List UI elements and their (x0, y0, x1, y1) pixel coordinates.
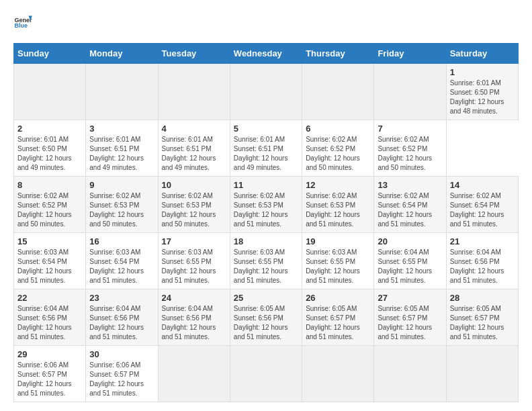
calendar-cell: 6 Sunrise: 6:02 AMSunset: 6:52 PMDayligh… (302, 120, 374, 177)
calendar-cell (374, 64, 446, 120)
calendar-week-1: 1 Sunrise: 6:01 AMSunset: 6:50 PMDayligh… (14, 64, 519, 120)
calendar-cell: 18 Sunrise: 6:03 AMSunset: 6:55 PMDaylig… (230, 233, 302, 289)
day-number: 12 (306, 180, 370, 190)
cell-info: Sunrise: 6:04 AMSunset: 6:56 PMDaylight:… (162, 305, 216, 340)
day-number: 2 (17, 124, 82, 134)
day-number: 11 (234, 180, 298, 190)
svg-text:Blue: Blue (14, 22, 28, 29)
day-number: 23 (89, 293, 154, 303)
calendar-cell: 19 Sunrise: 6:03 AMSunset: 6:55 PMDaylig… (302, 233, 374, 289)
cell-info: Sunrise: 6:01 AMSunset: 6:51 PMDaylight:… (234, 136, 288, 171)
cell-info: Sunrise: 6:03 AMSunset: 6:55 PMDaylight:… (306, 248, 360, 284)
calendar-cell: 22 Sunrise: 6:04 AMSunset: 6:56 PMDaylig… (14, 289, 86, 346)
day-number: 1 (450, 67, 515, 77)
calendar-cell (302, 64, 374, 120)
calendar-cell: 13 Sunrise: 6:02 AMSunset: 6:54 PMDaylig… (374, 177, 446, 233)
cell-info: Sunrise: 6:02 AMSunset: 6:53 PMDaylight:… (162, 192, 216, 228)
calendar-week-3: 8 Sunrise: 6:02 AMSunset: 6:52 PMDayligh… (14, 177, 519, 233)
day-number: 4 (162, 124, 226, 134)
calendar-cell (302, 346, 374, 402)
cell-info: Sunrise: 6:03 AMSunset: 6:55 PMDaylight:… (234, 248, 288, 284)
calendar-cell: 30 Sunrise: 6:06 AMSunset: 6:57 PMDaylig… (86, 346, 158, 402)
calendar-cell: 5 Sunrise: 6:01 AMSunset: 6:51 PMDayligh… (230, 120, 302, 177)
calendar-cell: 2 Sunrise: 6:01 AMSunset: 6:50 PMDayligh… (14, 120, 86, 177)
day-number: 3 (89, 124, 154, 134)
calendar-cell (230, 346, 302, 402)
cell-info: Sunrise: 6:05 AMSunset: 6:56 PMDaylight:… (234, 305, 288, 340)
cell-info: Sunrise: 6:05 AMSunset: 6:57 PMDaylight:… (306, 305, 360, 340)
page-header: General Blue (13, 13, 519, 32)
calendar-cell: 29 Sunrise: 6:06 AMSunset: 6:57 PMDaylig… (14, 346, 86, 402)
day-header-thursday: Thursday (302, 44, 374, 64)
calendar-week-4: 15 Sunrise: 6:03 AMSunset: 6:54 PMDaylig… (14, 233, 519, 289)
calendar-cell: 24 Sunrise: 6:04 AMSunset: 6:56 PMDaylig… (158, 289, 230, 346)
day-number: 13 (378, 180, 442, 190)
cell-info: Sunrise: 6:04 AMSunset: 6:56 PMDaylight:… (450, 248, 504, 284)
day-number: 15 (17, 236, 82, 246)
calendar-cell: 17 Sunrise: 6:03 AMSunset: 6:55 PMDaylig… (158, 233, 230, 289)
cell-info: Sunrise: 6:01 AMSunset: 6:51 PMDaylight:… (162, 136, 216, 171)
calendar-cell (230, 64, 302, 120)
calendar-week-2: 2 Sunrise: 6:01 AMSunset: 6:50 PMDayligh… (14, 120, 519, 177)
day-number: 10 (162, 180, 226, 190)
calendar-cell: 20 Sunrise: 6:04 AMSunset: 6:55 PMDaylig… (374, 233, 446, 289)
day-number: 6 (306, 124, 370, 134)
day-number: 14 (450, 180, 515, 190)
day-number: 24 (162, 293, 226, 303)
day-header-wednesday: Wednesday (230, 44, 302, 64)
cell-info: Sunrise: 6:06 AMSunset: 6:57 PMDaylight:… (89, 361, 144, 397)
calendar-cell: 9 Sunrise: 6:02 AMSunset: 6:53 PMDayligh… (86, 177, 158, 233)
cell-info: Sunrise: 6:06 AMSunset: 6:57 PMDaylight:… (17, 361, 72, 397)
day-number: 8 (17, 180, 82, 190)
calendar-cell: 14 Sunrise: 6:02 AMSunset: 6:54 PMDaylig… (446, 177, 518, 233)
day-number: 17 (162, 236, 226, 246)
cell-info: Sunrise: 6:01 AMSunset: 6:50 PMDaylight:… (17, 136, 72, 171)
day-number: 18 (234, 236, 298, 246)
day-number: 19 (306, 236, 370, 246)
day-number: 7 (378, 124, 442, 134)
cell-info: Sunrise: 6:04 AMSunset: 6:56 PMDaylight:… (89, 305, 144, 340)
calendar-cell: 21 Sunrise: 6:04 AMSunset: 6:56 PMDaylig… (446, 233, 518, 289)
cell-info: Sunrise: 6:02 AMSunset: 6:53 PMDaylight:… (89, 192, 144, 228)
calendar-cell: 23 Sunrise: 6:04 AMSunset: 6:56 PMDaylig… (86, 289, 158, 346)
calendar-cell (14, 64, 86, 120)
day-number: 5 (234, 124, 298, 134)
day-number: 16 (89, 236, 154, 246)
day-header-monday: Monday (86, 44, 158, 64)
day-header-saturday: Saturday (446, 44, 518, 64)
calendar-cell: 4 Sunrise: 6:01 AMSunset: 6:51 PMDayligh… (158, 120, 230, 177)
logo: General Blue (13, 13, 35, 32)
calendar-cell: 25 Sunrise: 6:05 AMSunset: 6:56 PMDaylig… (230, 289, 302, 346)
cell-info: Sunrise: 6:02 AMSunset: 6:54 PMDaylight:… (378, 192, 432, 228)
calendar-cell: 15 Sunrise: 6:03 AMSunset: 6:54 PMDaylig… (14, 233, 86, 289)
calendar-cell: 7 Sunrise: 6:02 AMSunset: 6:52 PMDayligh… (374, 120, 446, 177)
cell-info: Sunrise: 6:05 AMSunset: 6:57 PMDaylight:… (378, 305, 432, 340)
day-header-tuesday: Tuesday (158, 44, 230, 64)
calendar-week-6: 29 Sunrise: 6:06 AMSunset: 6:57 PMDaylig… (14, 346, 519, 402)
day-number: 22 (17, 293, 82, 303)
calendar-cell: 8 Sunrise: 6:02 AMSunset: 6:52 PMDayligh… (14, 177, 86, 233)
cell-info: Sunrise: 6:03 AMSunset: 6:54 PMDaylight:… (17, 248, 72, 284)
cell-info: Sunrise: 6:04 AMSunset: 6:55 PMDaylight:… (378, 248, 432, 284)
calendar-cell: 16 Sunrise: 6:03 AMSunset: 6:54 PMDaylig… (86, 233, 158, 289)
cell-info: Sunrise: 6:01 AMSunset: 6:51 PMDaylight:… (89, 136, 144, 171)
calendar-cell: 26 Sunrise: 6:05 AMSunset: 6:57 PMDaylig… (302, 289, 374, 346)
cell-info: Sunrise: 6:02 AMSunset: 6:52 PMDaylight:… (306, 136, 360, 171)
cell-info: Sunrise: 6:02 AMSunset: 6:53 PMDaylight:… (234, 192, 288, 228)
calendar-cell: 3 Sunrise: 6:01 AMSunset: 6:51 PMDayligh… (86, 120, 158, 177)
cell-info: Sunrise: 6:02 AMSunset: 6:54 PMDaylight:… (450, 192, 504, 228)
cell-info: Sunrise: 6:02 AMSunset: 6:52 PMDaylight:… (17, 192, 72, 228)
cell-info: Sunrise: 6:05 AMSunset: 6:57 PMDaylight:… (450, 305, 504, 340)
calendar-cell (158, 64, 230, 120)
calendar-cell (446, 346, 518, 402)
calendar-table: SundayMondayTuesdayWednesdayThursdayFrid… (13, 43, 519, 402)
cell-info: Sunrise: 6:04 AMSunset: 6:56 PMDaylight:… (17, 305, 72, 340)
calendar-cell: 27 Sunrise: 6:05 AMSunset: 6:57 PMDaylig… (374, 289, 446, 346)
calendar-cell: 12 Sunrise: 6:02 AMSunset: 6:53 PMDaylig… (302, 177, 374, 233)
day-number: 27 (378, 293, 442, 303)
day-number: 20 (378, 236, 442, 246)
day-number: 28 (450, 293, 515, 303)
day-number: 25 (234, 293, 298, 303)
day-number: 30 (89, 349, 154, 359)
cell-info: Sunrise: 6:02 AMSunset: 6:53 PMDaylight:… (306, 192, 360, 228)
